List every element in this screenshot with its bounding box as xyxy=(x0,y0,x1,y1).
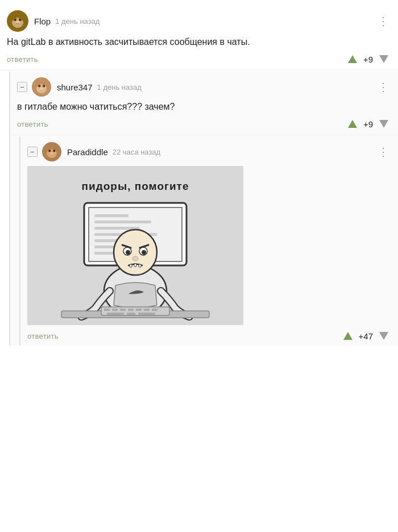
svg-point-23 xyxy=(53,151,55,152)
upvote-icon-paradiddle xyxy=(343,331,353,341)
comment-header-shure: − shure347 1 день назад ⋮ xyxy=(17,77,391,97)
svg-rect-52 xyxy=(104,309,110,311)
comment-paradiddle: − Paradiddle 22 часа назад xyxy=(20,136,398,346)
vote-count-flop: +9 xyxy=(363,55,373,64)
avatar-shure347 xyxy=(32,77,51,97)
meme-image-paradiddle: пидоры, помогите xyxy=(27,166,243,325)
reply-button-flop[interactable]: ответить xyxy=(7,55,38,64)
comment-body-flop: На gitLab в активность засчитывается соо… xyxy=(7,35,391,48)
comment-footer-shure347: ответить +9 xyxy=(17,118,391,130)
vote-count-shure347: +9 xyxy=(363,119,373,129)
svg-rect-31 xyxy=(94,214,128,217)
svg-rect-47 xyxy=(130,264,132,267)
svg-rect-57 xyxy=(144,309,150,311)
timestamp-shure347: 1 день назад xyxy=(97,83,142,92)
downvote-icon-flop xyxy=(379,54,389,64)
svg-rect-56 xyxy=(136,309,142,311)
svg-marker-63 xyxy=(379,332,388,340)
upvote-icon-shure347 xyxy=(347,119,358,129)
divider-2 xyxy=(10,135,398,135)
comment-shure347: − shure347 1 день назад ⋮ в гитл xyxy=(10,72,398,134)
vote-group-shure347: +9 xyxy=(345,118,391,130)
avatar-paradiddle xyxy=(42,142,61,161)
svg-rect-54 xyxy=(120,309,126,311)
avatar-flop xyxy=(7,10,28,32)
svg-point-13 xyxy=(39,85,40,86)
svg-point-44 xyxy=(142,250,146,255)
comment-flop: Flop 1 день назад ⋮ На gitLab в активнос… xyxy=(0,5,398,69)
comment-thread: Flop 1 день назад ⋮ На gitLab в активнос… xyxy=(0,0,398,350)
comment-header: Flop 1 день назад ⋮ xyxy=(7,10,391,32)
collapse-button-paradiddle[interactable]: − xyxy=(27,147,38,157)
vote-up-flop[interactable] xyxy=(345,53,360,65)
timestamp-flop: 1 день назад xyxy=(55,17,100,26)
vote-group-flop: +9 xyxy=(345,53,391,65)
svg-point-5 xyxy=(19,19,21,21)
svg-marker-7 xyxy=(348,55,357,63)
vote-up-paradiddle[interactable] xyxy=(341,330,355,342)
reply-button-shure347[interactable]: ответить xyxy=(17,120,48,128)
svg-point-24 xyxy=(50,152,54,155)
comment-body-shure347: в гитлабе можно чатиться??? зачем? xyxy=(17,100,391,113)
svg-rect-49 xyxy=(139,264,141,267)
upvote-icon-flop xyxy=(347,54,358,64)
svg-marker-8 xyxy=(379,55,388,63)
svg-point-15 xyxy=(40,88,44,90)
svg-rect-48 xyxy=(134,264,136,267)
indent-level-2: − Paradiddle 22 часа назад xyxy=(19,136,398,346)
svg-point-14 xyxy=(43,85,44,86)
reply-button-paradiddle[interactable]: ответить xyxy=(27,332,59,340)
svg-rect-60 xyxy=(127,313,135,315)
svg-marker-17 xyxy=(379,120,388,128)
svg-point-39 xyxy=(114,230,157,275)
svg-rect-53 xyxy=(112,309,118,311)
comment-footer-paradiddle: ответить +47 xyxy=(27,330,391,342)
svg-point-46 xyxy=(132,256,138,261)
svg-rect-58 xyxy=(152,309,157,311)
svg-rect-59 xyxy=(107,313,124,315)
meme-svg: пидоры, помогите xyxy=(27,166,243,325)
svg-rect-55 xyxy=(128,309,134,311)
vote-down-flop[interactable] xyxy=(376,53,391,65)
svg-marker-62 xyxy=(343,332,353,340)
timestamp-paradiddle: 22 часа назад xyxy=(113,148,160,156)
more-menu-paradiddle[interactable]: ⋮ xyxy=(375,145,391,159)
vote-up-shure347[interactable] xyxy=(345,118,360,130)
divider-1 xyxy=(0,70,398,70)
more-menu-shure347[interactable]: ⋮ xyxy=(375,80,391,94)
svg-text:пидоры, помогите: пидоры, помогите xyxy=(82,180,189,192)
svg-rect-32 xyxy=(94,221,151,223)
comment-footer-flop: ответить +9 xyxy=(7,53,391,65)
svg-point-4 xyxy=(15,19,16,21)
collapse-button-shure[interactable]: − xyxy=(17,82,27,92)
username-shure347: shure347 xyxy=(57,82,93,92)
vote-down-shure347[interactable] xyxy=(376,118,391,130)
downvote-icon-shure347 xyxy=(379,119,389,129)
svg-point-41 xyxy=(126,250,130,255)
comment-header-paradiddle: − Paradiddle 22 часа назад xyxy=(27,142,391,161)
vote-group-paradiddle: +47 xyxy=(341,330,391,342)
svg-marker-16 xyxy=(348,120,357,128)
indent-level-1: − shure347 1 день назад ⋮ в гитл xyxy=(9,72,398,346)
svg-point-6 xyxy=(15,21,20,24)
username-flop: Flop xyxy=(34,16,51,26)
username-paradiddle: Paradiddle xyxy=(67,147,108,157)
more-menu-flop[interactable]: ⋮ xyxy=(375,14,391,28)
downvote-icon-paradiddle xyxy=(379,331,389,341)
svg-rect-61 xyxy=(138,313,155,315)
vote-down-paradiddle[interactable] xyxy=(376,330,391,342)
svg-point-22 xyxy=(49,151,50,152)
vote-count-paradiddle: +47 xyxy=(359,331,373,341)
